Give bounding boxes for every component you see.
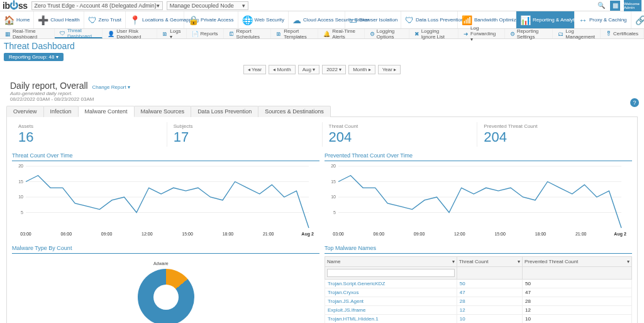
subtab-logs-[interactable]: 🗎Logs ▾ — [157, 29, 186, 38]
table-row[interactable]: Trojan.HTML.Hidden.11010 — [325, 315, 632, 324]
ribbon-private-access[interactable]: 🔒Private Access — [184, 11, 238, 28]
table-row[interactable]: Trojan.Script.GenericKDZ5050 — [325, 280, 632, 288]
stat-threat-count: Threat Count204 — [323, 122, 478, 147]
ribbon-icon: 🔗 — [635, 15, 644, 25]
stat-prevented-threat-count: Prevented Threat Count204 — [477, 122, 632, 147]
tab-sources-destinations[interactable]: Sources & Destinations — [258, 106, 331, 117]
node-selector[interactable]: Manage Decoupled Node▾ — [167, 1, 248, 10]
svg-text:03:00: 03:00 — [333, 232, 344, 236]
ribbon-icon: 📊 — [520, 15, 531, 25]
malware-type-card: Malware Type By Count Adware Virus — [12, 243, 319, 323]
ribbon-data-loss-prevention[interactable]: 🛡Data Loss Prevention — [401, 11, 458, 28]
tab-data-loss-prevention[interactable]: Data Loss Prevention — [191, 106, 258, 117]
stat-assets: Assets16 — [12, 122, 167, 147]
threat-count-card: Threat Count Over Time 510152003:0006:00… — [12, 150, 319, 239]
subtab-icon: ⚙ — [510, 31, 515, 37]
subtab-certificates[interactable]: 🎖Certificates — [601, 29, 644, 38]
subtab-logging-ignore-list[interactable]: ✖Logging Ignore List — [409, 29, 458, 38]
svg-text:15: 15 — [331, 179, 336, 184]
tab-malware-sources[interactable]: Malware Sources — [134, 106, 192, 117]
subtab-report-templates[interactable]: 🗎Report Templates — [271, 29, 318, 38]
ribbon-icon: ▭ — [349, 15, 357, 25]
ribbon-web-security[interactable]: 🌐Web Security — [238, 11, 289, 28]
chart-title: Threat Count Over Time — [12, 150, 319, 161]
ribbon-cloud-access-security-broker[interactable]: ☁Cloud Access Security Broker — [289, 11, 345, 28]
prev-year-button[interactable]: ◂ Year — [243, 65, 266, 74]
search-icon[interactable]: 🔍 — [596, 1, 606, 11]
next-year-button[interactable]: Year ▸ — [378, 65, 401, 74]
chart-title: Prevented Threat Count Over Time — [325, 150, 632, 161]
ribbon-reporting-analytics[interactable]: 📊Reporting & Analytics — [516, 11, 575, 28]
malware-type-pie: Adware Virus — [12, 256, 319, 323]
ribbon-cloud-health[interactable]: ➕Cloud Health — [34, 11, 84, 28]
subtab-icon: 📄 — [192, 31, 199, 37]
report-header: Daily report, Overall Change Report ▾ Au… — [6, 79, 638, 103]
main-ribbon: 🏠Home➕Cloud Health🛡Zero Trust📍Locations … — [0, 11, 644, 29]
subtab-threat-dashboard[interactable]: 🛡Threat Dashboard — [55, 29, 103, 38]
subtab-reporting-settings[interactable]: ⚙Reporting Settings — [505, 29, 553, 38]
help-icon[interactable]: ? — [630, 98, 639, 107]
ribbon-icon: 🏠 — [4, 15, 14, 25]
ribbon-locations-geomapping[interactable]: 📍Locations & Geomapping — [126, 11, 184, 28]
ribbon-connect-devices[interactable]: 🔗Connect Devices — [631, 11, 644, 28]
grid-icon[interactable]: ▦ — [610, 1, 620, 11]
ribbon-icon: ➕ — [38, 15, 48, 25]
subtab-logging-options[interactable]: ⚙Logging Options — [365, 29, 409, 38]
year-select[interactable]: 2022 ▾ — [322, 65, 346, 74]
change-report-link[interactable]: Change Report ▾ — [92, 84, 130, 90]
report-panel: Assets16Subjects17Threat Count204Prevent… — [6, 116, 638, 323]
svg-text:15:00: 15:00 — [182, 232, 193, 236]
svg-text:12:00: 12:00 — [454, 232, 465, 236]
tab-overview[interactable]: Overview — [6, 106, 44, 117]
top-malware-card: Top Malware Names Name ▾ Threat Count ▾ … — [325, 243, 632, 323]
ribbon-browser-isolation[interactable]: ▭Browser Isolation — [345, 11, 401, 28]
svg-text:09:00: 09:00 — [101, 232, 113, 236]
subtab-bar: ▦Real-Time Dashboard🛡Threat Dashboard👤Us… — [0, 29, 644, 39]
subtab-real-time-alerts[interactable]: 🔔Real-Time Alerts — [318, 29, 365, 38]
name-filter-input[interactable] — [327, 269, 455, 277]
subtab-report-schedules[interactable]: 🗓Report Schedules — [224, 29, 272, 38]
ribbon-icon: 🛡 — [88, 15, 97, 25]
svg-text:5: 5 — [21, 210, 23, 215]
ribbon-icon: ↔ — [579, 15, 587, 25]
svg-text:15:00: 15:00 — [494, 232, 506, 236]
month-select[interactable]: Aug ▾ — [298, 65, 319, 74]
subtab-log-forwarding-[interactable]: ➜Log Forwarding ▾ — [458, 29, 505, 38]
table-row[interactable]: Trojan.JS.Agent2828 — [325, 297, 632, 306]
subtab-real-time-dashboard[interactable]: ▦Real-Time Dashboard — [0, 29, 55, 38]
prevented-count-chart: 510152003:0006:0009:0012:0015:0018:0021:… — [325, 164, 626, 238]
col-threat[interactable]: Threat Count ▾ — [457, 257, 522, 267]
prev-month-button[interactable]: ◂ Month — [269, 65, 295, 74]
account-selector[interactable]: Zero Trust Edge - Account 48 (Delegated … — [31, 1, 163, 10]
brand-logo: ib⏻ss — [3, 1, 28, 11]
ribbon-icon: 📍 — [130, 15, 140, 25]
subtab-reports[interactable]: 📄Reports — [187, 29, 224, 38]
reporting-group-pill[interactable]: Reporting Group: 48 ▾ — [4, 53, 64, 61]
tab-infection[interactable]: Infection — [43, 106, 79, 117]
ribbon-home[interactable]: 🏠Home — [0, 11, 34, 28]
tab-malware-content[interactable]: Malware Content — [78, 106, 135, 117]
table-title: Top Malware Names — [325, 243, 632, 254]
subtab-log-management[interactable]: 🗂Log Management — [553, 29, 601, 38]
summary-stats: Assets16Subjects17Threat Count204Prevent… — [12, 122, 632, 147]
current-user-badge[interactable]: Welcome Admin — [624, 0, 641, 11]
malware-table: Name ▾ Threat Count ▾ Prevented Threat C… — [325, 256, 632, 323]
svg-text:10: 10 — [331, 195, 336, 199]
subtab-icon: 🗂 — [558, 31, 564, 37]
ribbon-zero-trust[interactable]: 🛡Zero Trust — [84, 11, 126, 28]
table-row[interactable]: Trojan.Cryxos4747 — [325, 288, 632, 297]
ribbon-proxy-caching[interactable]: ↔Proxy & Caching — [575, 11, 631, 28]
svg-text:21:00: 21:00 — [575, 232, 587, 236]
donut-icon — [138, 269, 194, 323]
col-name[interactable]: Name ▾ — [325, 257, 457, 267]
svg-text:Aug 23: Aug 23 — [614, 232, 626, 237]
col-prevented[interactable]: Prevented Threat Count ▾ — [522, 257, 631, 267]
threat-count-chart: 510152003:0006:0009:0012:0015:0018:0021:… — [12, 164, 314, 238]
chart-title: Malware Type By Count — [12, 243, 319, 254]
subtab-icon: 🎖 — [606, 31, 611, 37]
subtab-user-risk-dashboard[interactable]: 👤User Risk Dashboard — [103, 29, 157, 38]
table-row[interactable]: Exploit.JS.Iframe1212 — [325, 306, 632, 315]
svg-text:5: 5 — [333, 210, 336, 215]
next-month-button[interactable]: Month ▸ — [348, 65, 375, 74]
subtab-icon: ⚙ — [370, 31, 375, 37]
